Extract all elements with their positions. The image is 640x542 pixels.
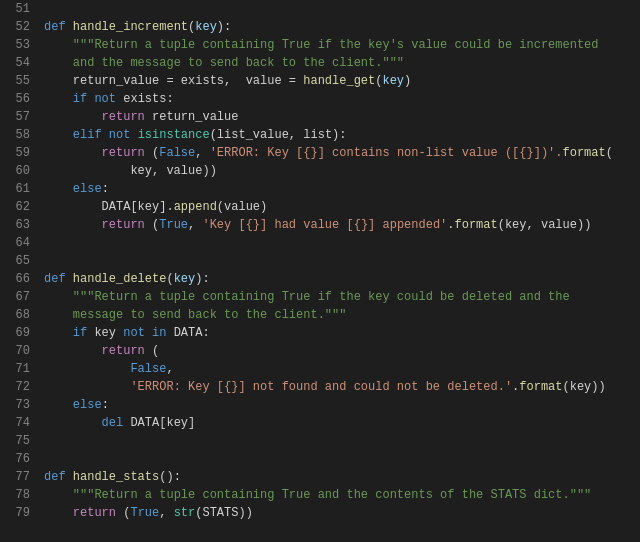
table-row: 72 'ERROR: Key [{}] not found and could …: [0, 378, 640, 396]
table-row: 66def handle_delete(key):: [0, 270, 640, 288]
table-row: 78 """Return a tuple containing True and…: [0, 486, 640, 504]
table-row: 76: [0, 450, 640, 468]
line-content: and the message to send back to the clie…: [40, 54, 640, 72]
token-func: handle_delete: [73, 272, 167, 286]
table-row: 79 return (True, str(STATS)): [0, 504, 640, 522]
line-number: 55: [0, 72, 40, 90]
token-plain: return_value: [152, 110, 238, 124]
line-content: """Return a tuple containing True and th…: [40, 486, 640, 504]
token-plain: [44, 38, 73, 52]
table-row: 77def handle_stats():: [0, 468, 640, 486]
line-number: 68: [0, 306, 40, 324]
token-string: 'ERROR: Key [{}] contains non-list value…: [210, 146, 563, 160]
table-row: 57 return return_value: [0, 108, 640, 126]
line-content: [40, 450, 640, 468]
token-plain: [44, 344, 102, 358]
code-table: 51 52def handle_increment(key):53 """Ret…: [0, 0, 640, 522]
token-kw: not in: [123, 326, 173, 340]
line-number: 78: [0, 486, 40, 504]
token-plain: [44, 146, 102, 160]
line-number: 58: [0, 126, 40, 144]
token-func: handle_get: [303, 74, 375, 88]
table-row: 73 else:: [0, 396, 640, 414]
token-method: format: [563, 146, 606, 160]
line-content: if key not in DATA:: [40, 324, 640, 342]
table-row: 64: [0, 234, 640, 252]
line-content: else:: [40, 396, 640, 414]
table-row: 65: [0, 252, 640, 270]
token-const: False: [159, 146, 195, 160]
line-number: 57: [0, 108, 40, 126]
table-row: 52def handle_increment(key):: [0, 18, 640, 36]
table-row: 51: [0, 0, 640, 18]
token-plain: [44, 290, 73, 304]
line-content: elif not isinstance(list_value, list):: [40, 126, 640, 144]
line-content: False,: [40, 360, 640, 378]
line-content: DATA[key].append(value): [40, 198, 640, 216]
token-plain: [44, 110, 102, 124]
token-kw: def: [44, 470, 73, 484]
line-content: message to send back to the client.""": [40, 306, 640, 324]
line-number: 73: [0, 396, 40, 414]
table-row: 67 """Return a tuple containing True if …: [0, 288, 640, 306]
line-content: return (True, str(STATS)): [40, 504, 640, 522]
token-const: False: [130, 362, 166, 376]
token-plain: ): [404, 74, 411, 88]
token-plain: ,: [166, 362, 173, 376]
token-kw-ctrl: return: [102, 110, 152, 124]
line-number: 64: [0, 234, 40, 252]
token-docstring: message to send back to the client.""": [73, 308, 347, 322]
token-string: 'Key [{}] had value [{}] appended': [202, 218, 447, 232]
line-number: 69: [0, 324, 40, 342]
line-content: return return_value: [40, 108, 640, 126]
line-number: 62: [0, 198, 40, 216]
token-plain: [44, 506, 73, 520]
token-kw: if: [73, 92, 95, 106]
table-row: 54 and the message to send back to the c…: [0, 54, 640, 72]
table-row: 63 return (True, 'Key [{}] had value [{}…: [0, 216, 640, 234]
token-plain: DATA[key].: [44, 200, 174, 214]
token-plain: ):: [195, 272, 209, 286]
line-number: 66: [0, 270, 40, 288]
token-plain: ():: [159, 470, 181, 484]
line-number: 71: [0, 360, 40, 378]
token-plain: [44, 308, 73, 322]
line-content: del DATA[key]: [40, 414, 640, 432]
token-plain: ):: [217, 20, 231, 34]
token-plain: DATA:: [174, 326, 210, 340]
token-plain: [44, 488, 73, 502]
token-method: format: [455, 218, 498, 232]
token-plain: return_value = exists, value =: [44, 74, 303, 88]
token-kw-ctrl: return: [102, 146, 152, 160]
token-kw: not: [94, 92, 123, 106]
line-number: 67: [0, 288, 40, 306]
line-content: [40, 252, 640, 270]
line-content: key, value)): [40, 162, 640, 180]
token-plain: [44, 92, 73, 106]
token-kw: if: [73, 326, 95, 340]
token-param: key: [382, 74, 404, 88]
token-func: handle_stats: [73, 470, 159, 484]
table-row: 60 key, value)): [0, 162, 640, 180]
line-number: 56: [0, 90, 40, 108]
line-content: def handle_delete(key):: [40, 270, 640, 288]
line-number: 77: [0, 468, 40, 486]
table-row: 59 return (False, 'ERROR: Key [{}] conta…: [0, 144, 640, 162]
token-builtin: isinstance: [138, 128, 210, 142]
line-number: 75: [0, 432, 40, 450]
line-content: """Return a tuple containing True if the…: [40, 288, 640, 306]
token-kw: def: [44, 272, 73, 286]
line-number: 72: [0, 378, 40, 396]
line-content: def handle_increment(key):: [40, 18, 640, 36]
token-plain: (key, value)): [498, 218, 592, 232]
token-kw: else: [73, 182, 102, 196]
token-plain: key, value)): [44, 164, 217, 178]
token-const: True: [159, 218, 188, 232]
table-row: 74 del DATA[key]: [0, 414, 640, 432]
line-number: 79: [0, 504, 40, 522]
token-plain: (: [152, 344, 159, 358]
token-func: handle_increment: [73, 20, 188, 34]
line-content: [40, 432, 640, 450]
token-kw-ctrl: return: [102, 218, 152, 232]
token-plain: DATA[key]: [130, 416, 195, 430]
